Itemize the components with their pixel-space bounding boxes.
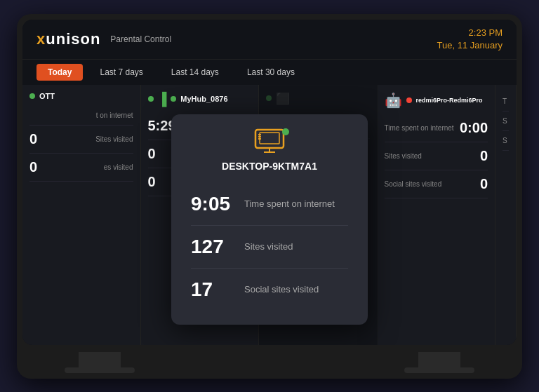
device-card-ott: OTT t on internet 0 Sites visited 0 es v… <box>22 85 141 345</box>
thermometer-icon: ▐ <box>158 92 167 107</box>
popup-label-internet: Time spent on internet <box>244 198 335 209</box>
stat-label-m-s2: S <box>503 137 507 144</box>
stat-label-ott-sites: Sites visited <box>95 135 133 143</box>
stat-label-redmi-social: Social sites visited <box>385 180 442 188</box>
monitor-icon <box>254 128 285 154</box>
tv-frame: xunison Parental Control 2:23 PM Tue, 11… <box>17 14 522 379</box>
clock: 2:23 PM Tue, 11 January <box>437 27 503 52</box>
popup-card-desktop[interactable]: DESKTOP-9KTM7A1 9:05 Time spent on inter… <box>171 114 368 325</box>
popup-stat-sites: 127 Sites visited <box>191 226 348 269</box>
status-dot-redmi <box>406 97 412 103</box>
device-header-desktop-bg: ⬛ <box>266 92 370 105</box>
popup-device-name: DESKTOP-9KTM7A1 <box>222 161 317 172</box>
stat-row-ott-internet: t on internet <box>29 106 133 126</box>
monitor-icon-bg: ⬛ <box>276 92 290 105</box>
stat-label-m-t: T <box>503 97 507 105</box>
logo-x: x <box>36 30 46 48</box>
device-name-redmi: redmi6Pro-Redmi6Pro <box>416 97 483 104</box>
stat-value-myhub-social: 0 <box>148 174 156 190</box>
stat-label-ott-internet: t on internet <box>96 111 133 119</box>
stat-row-ott-social: 0 es visited <box>29 154 133 182</box>
device-header-myhub: ▐ MyHub_0876 <box>148 92 252 107</box>
app-subtitle: Parental Control <box>110 34 171 44</box>
popup-value-sites: 127 <box>191 236 233 258</box>
logo-area: xunison Parental Control <box>36 30 171 48</box>
logo: xunison <box>36 30 100 48</box>
stat-row-m-t: T <box>503 92 509 111</box>
device-header-ott: OTT <box>29 92 133 100</box>
tv-stand <box>22 345 517 373</box>
popup-stat-social: 17 Social sites visited <box>191 269 348 311</box>
stat-row-ott-sites: 0 Sites visited <box>29 126 133 154</box>
tab-14days[interactable]: Last 14 days <box>160 64 230 81</box>
stat-row-redmi-sites: Sites visited 0 <box>385 142 488 170</box>
tab-30days[interactable]: Last 30 days <box>236 64 306 81</box>
clock-time: 2:23 PM <box>437 27 503 39</box>
device-card-redmi: 🤖 redmi6Pro-Redmi6Pro Time spent on inte… <box>378 85 496 345</box>
svg-rect-3 <box>258 136 261 137</box>
app-header: xunison Parental Control 2:23 PM Tue, 11… <box>22 20 517 60</box>
popup-icon-wrapper <box>254 128 285 156</box>
stat-row-redmi-internet: Time spent on internet 0:00 <box>385 114 488 142</box>
stat-value-myhub-sites: 0 <box>148 146 156 162</box>
stat-value-redmi-social: 0 <box>480 176 488 192</box>
stand-leg-left <box>79 352 121 373</box>
clock-date: Tue, 11 January <box>437 39 503 52</box>
status-dot-myhub2 <box>171 96 176 102</box>
stat-row-m-s2: S <box>503 131 509 151</box>
stand-leg-right <box>418 352 460 373</box>
stat-row-redmi-social: Social sites visited 0 <box>385 170 488 198</box>
popup-label-social: Social sites visited <box>244 284 319 295</box>
stat-value-ott-sites: 0 <box>29 131 37 147</box>
tab-today[interactable]: Today <box>36 64 83 81</box>
status-dot-ott <box>29 93 35 99</box>
popup-header: DESKTOP-9KTM7A1 <box>191 128 348 172</box>
device-card-m: T S S <box>495 85 517 345</box>
device-name-ott: OTT <box>39 92 55 100</box>
status-dot-desktop-bg <box>266 95 272 101</box>
stat-label-m-s1: S <box>503 117 507 125</box>
android-icon: 🤖 <box>385 92 402 109</box>
svg-rect-2 <box>258 134 261 135</box>
popup-status-dot <box>282 128 289 135</box>
stat-label-ott-social: es visited <box>104 163 133 171</box>
stat-value-redmi-sites: 0 <box>480 148 488 164</box>
tv-screen: xunison Parental Control 2:23 PM Tue, 11… <box>22 20 517 345</box>
popup-value-social: 17 <box>191 278 233 301</box>
svg-rect-4 <box>258 138 261 140</box>
stat-label-redmi-internet-pre: Time spent on internet <box>385 124 454 132</box>
stat-value-redmi-internet: 0:00 <box>460 120 488 136</box>
popup-stat-internet: 9:05 Time spent on internet <box>191 183 348 226</box>
tab-bar: Today Last 7 days Last 14 days Last 30 d… <box>22 60 517 85</box>
dashboard: OTT t on internet 0 Sites visited 0 es v… <box>22 85 517 345</box>
device-name-myhub: MyHub_0876 <box>180 95 227 103</box>
device-header-redmi: 🤖 redmi6Pro-Redmi6Pro <box>385 92 488 109</box>
svg-rect-1 <box>260 133 279 144</box>
stat-row-m-s1: S <box>503 111 509 131</box>
popup-value-internet: 9:05 <box>191 193 233 215</box>
status-dot-myhub <box>148 96 154 102</box>
tab-7days[interactable]: Last 7 days <box>88 64 154 81</box>
popup-label-sites: Sites visited <box>244 241 293 252</box>
stat-label-redmi-sites: Sites visited <box>385 152 422 160</box>
stat-value-ott-social: 0 <box>29 159 37 175</box>
